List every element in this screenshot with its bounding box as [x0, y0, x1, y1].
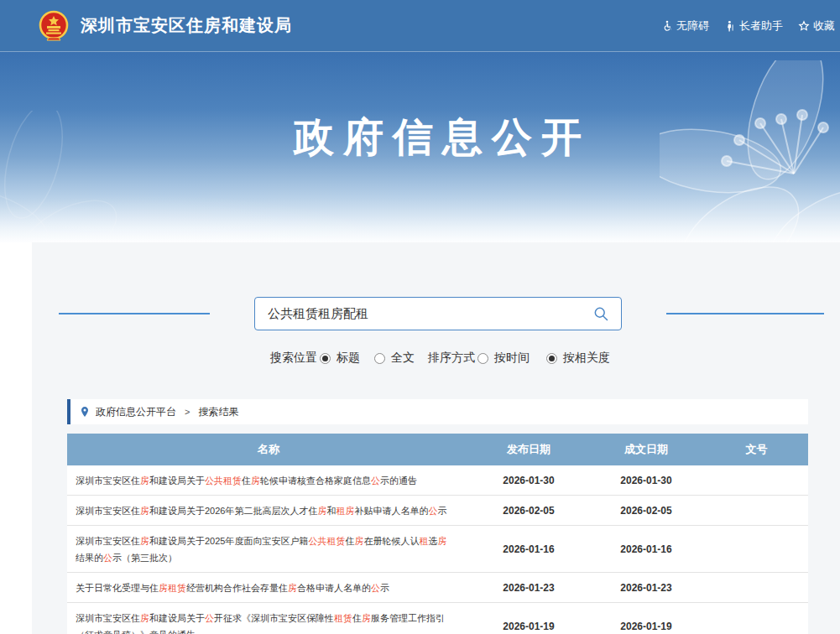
column-header-written-date: 成文日期: [587, 442, 705, 457]
site-brand[interactable]: 深圳市宝安区住房和建设局: [37, 9, 292, 43]
radio-selected-icon[interactable]: [546, 353, 557, 364]
banner: 政府信息公开: [0, 52, 840, 242]
column-header-publish-date: 发布日期: [470, 442, 587, 457]
search-position-label: 搜索位置: [270, 351, 317, 366]
location-pin-icon: [80, 406, 90, 418]
national-emblem-logo: [37, 9, 70, 43]
sort-mode-label: 排序方式: [428, 351, 475, 366]
star-icon: [798, 20, 810, 32]
result-title-link[interactable]: 关于日常化受理与住房租赁经营机构合作社会存量住房合格申请人名单的公示: [67, 573, 470, 602]
search-options: 搜索位置 标题 全文 排序方式 按时间 按相关度: [32, 351, 840, 366]
table-row: 深圳市宝安区住房和建设局关于2025年度面向宝安区户籍公共租赁住房在册轮候人认租…: [67, 526, 808, 573]
top-links: 无障碍 长者助手 收藏: [661, 18, 835, 34]
radio-option-by-relevance[interactable]: 按相关度: [544, 351, 610, 366]
table-body: 深圳市宝安区住房和建设局关于公共租赁住房轮候申请核查合格家庭信息公示的通告202…: [67, 465, 808, 634]
cell-written-date: 2026-02-05: [587, 505, 705, 517]
search-input[interactable]: [268, 307, 592, 321]
radio-option-title[interactable]: 标题: [317, 351, 360, 366]
cell-written-date: 2026-01-30: [587, 475, 705, 486]
results-table: 名称 发布日期 成文日期 文号 深圳市宝安区住房和建设局关于公共租赁住房轮候申请…: [67, 434, 808, 634]
search-box: [254, 297, 622, 330]
result-title-link[interactable]: 深圳市宝安区住房和建设局关于2025年度面向宝安区户籍公共租赁住房在册轮候人认租…: [67, 526, 470, 572]
radio-option-fulltext[interactable]: 全文: [372, 351, 415, 366]
result-title-link[interactable]: 深圳市宝安区住房和建设局关于公共租赁住房轮候申请核查合格家庭信息公示的通告: [67, 465, 470, 495]
breadcrumb-separator: >: [185, 407, 190, 417]
table-row: 关于日常化受理与住房租赁经营机构合作社会存量住房合格申请人名单的公示2026-0…: [67, 573, 808, 603]
breadcrumb-current: 搜索结果: [198, 405, 238, 419]
column-header-doc-number: 文号: [705, 442, 808, 457]
table-row: 深圳市宝安区住房和建设局关于2026年第二批高层次人才住房和租房补贴申请人名单的…: [67, 496, 808, 526]
decorative-line-left: [59, 313, 210, 314]
breadcrumb-root[interactable]: 政府信息公开平台: [96, 405, 176, 419]
elder-person-icon: [724, 20, 736, 32]
accessibility-link[interactable]: 无障碍: [661, 18, 709, 34]
table-header: 名称 发布日期 成文日期 文号: [67, 434, 808, 465]
radio-unselected-icon[interactable]: [477, 353, 488, 364]
radio-selected-icon[interactable]: [320, 353, 331, 364]
page-title: 政府信息公开: [35, 111, 840, 164]
results-section: 政府信息公开平台 > 搜索结果 名称 发布日期 成文日期 文号 深圳市宝安区住房…: [67, 399, 808, 634]
elder-helper-link[interactable]: 长者助手: [724, 18, 783, 34]
decorative-line-right: [666, 313, 824, 314]
cell-publish-date: 2026-01-30: [470, 475, 587, 486]
cell-written-date: 2026-01-19: [587, 621, 705, 632]
cell-publish-date: 2026-02-05: [470, 505, 587, 517]
column-header-name: 名称: [67, 442, 470, 457]
top-header: 深圳市宝安区住房和建设局 无障碍 长者助手 收藏: [0, 0, 840, 52]
cell-publish-date: 2026-01-19: [470, 621, 587, 632]
result-title-link[interactable]: 深圳市宝安区住房和建设局关于公开征求《深圳市宝安区保障性租赁住房服务管理工作指引…: [67, 603, 470, 634]
page: 深圳市宝安区住房和建设局 无障碍 长者助手 收藏: [0, 0, 840, 634]
search-row: [32, 297, 840, 330]
search-icon[interactable]: [592, 305, 609, 322]
cell-written-date: 2026-01-23: [587, 582, 705, 594]
radio-unselected-icon[interactable]: [374, 353, 385, 364]
site-title: 深圳市宝安区住房和建设局: [81, 14, 292, 37]
favorite-link[interactable]: 收藏: [798, 18, 835, 34]
table-row: 深圳市宝安区住房和建设局关于公开征求《深圳市宝安区保障性租赁住房服务管理工作指引…: [67, 603, 808, 634]
cell-publish-date: 2026-01-16: [470, 543, 587, 555]
table-row: 深圳市宝安区住房和建设局关于公共租赁住房轮候申请核查合格家庭信息公示的通告202…: [67, 465, 808, 496]
result-title-link[interactable]: 深圳市宝安区住房和建设局关于2026年第二批高层次人才住房和租房补贴申请人名单的…: [67, 496, 470, 525]
cell-publish-date: 2026-01-23: [470, 582, 587, 594]
breadcrumb: 政府信息公开平台 > 搜索结果: [67, 399, 808, 424]
radio-option-by-time[interactable]: 按时间: [475, 351, 530, 366]
content-card: 搜索位置 标题 全文 排序方式 按时间 按相关度: [32, 242, 840, 634]
wheelchair-icon: [661, 20, 673, 32]
cell-written-date: 2026-01-16: [587, 543, 705, 555]
